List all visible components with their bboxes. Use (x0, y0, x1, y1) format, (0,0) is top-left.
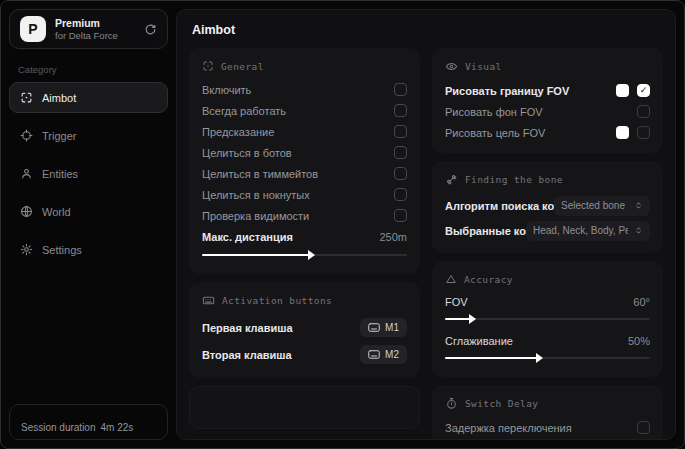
panel-accuracy: Accuracy FOV 60° Сглаживание 50% (432, 261, 663, 377)
panel-title: Accuracy (464, 274, 513, 285)
category-label: Category (18, 64, 168, 75)
sidebar-item-label: World (42, 206, 71, 218)
sidebar-item-label: Trigger (42, 130, 76, 142)
toggle-row: Включить (202, 79, 407, 100)
slider-label: Макс. дистанция (202, 231, 379, 243)
panel-title: Activation buttons (222, 295, 332, 306)
slider-label-row: Макс. дистанция 250m (202, 226, 407, 247)
toggle-row: Предсказание (202, 121, 407, 142)
gear-icon (20, 243, 33, 256)
sidebar-item-settings[interactable]: Settings (9, 234, 168, 265)
main-content: Aimbot General (176, 9, 676, 440)
checkbox[interactable] (394, 209, 407, 222)
visual-row: Рисовать цель FOV (445, 122, 650, 143)
panel-visual: Visual Рисовать границу FOV Рисовать фон… (432, 48, 663, 153)
toggle-row: Всегда работать (202, 100, 407, 121)
slider-value: 60° (633, 296, 650, 308)
keyboard-icon (202, 294, 215, 307)
dropdown-value: Selected bone (561, 200, 625, 211)
stopwatch-icon (445, 397, 458, 410)
panel-switch-delay: Switch Delay Задержка переключения Задер… (432, 385, 663, 440)
checkbox[interactable] (394, 188, 407, 201)
keybind-button[interactable]: M2 (360, 345, 407, 364)
slider-value: 250m (379, 231, 407, 243)
triangle-icon (445, 273, 457, 285)
checkbox[interactable] (637, 105, 650, 118)
checkbox[interactable] (637, 126, 650, 139)
left-column: General Включить Всегда работать Предска… (189, 48, 420, 429)
selected-bones-select[interactable]: Head, Neck, Body, Pe.. (526, 221, 650, 241)
dropdown-label: Выбранные кости (445, 225, 526, 237)
slider-thumb[interactable] (308, 250, 315, 260)
right-column: Visual Рисовать границу FOV Рисовать фон… (432, 48, 663, 429)
color-swatch[interactable] (616, 126, 629, 139)
premium-title: Premium (55, 17, 118, 30)
keybind-value: M1 (385, 322, 399, 333)
toggle-label: Целиться в нокнутых (202, 189, 394, 201)
sync-icon[interactable] (144, 23, 157, 36)
dropdown-row: Алгоритм поиска костей Selected bone (445, 193, 650, 218)
toggle-row: Целиться в нокнутых (202, 184, 407, 205)
keybind-label: Вторая клавиша (202, 349, 360, 361)
visual-label: Рисовать фон FOV (445, 106, 637, 118)
checkbox[interactable] (637, 421, 650, 434)
panel-title: Switch Delay (465, 398, 538, 409)
person-icon (20, 167, 33, 180)
toggle-label: Проверка видимости (202, 210, 394, 222)
panel-title: Finding the bone (465, 174, 563, 185)
panel-activation-buttons: Activation buttons Первая клавиша (189, 282, 420, 378)
app-window: P Premium for Delta Force Category Aimbo (0, 0, 685, 449)
checkbox[interactable] (394, 146, 407, 159)
keybind-row: Первая клавиша M1 (202, 314, 407, 341)
max-distance-slider[interactable] (202, 249, 407, 261)
sidebar-item-world[interactable]: World (9, 196, 168, 227)
fov-slider[interactable] (445, 313, 650, 325)
checkbox[interactable] (394, 83, 407, 96)
bone-algorithm-select[interactable]: Selected bone (554, 196, 650, 216)
crosshair-icon (20, 129, 33, 142)
sidebar-item-label: Entities (42, 168, 78, 180)
smoothing-slider[interactable] (445, 352, 650, 364)
checkbox-checked[interactable] (637, 84, 650, 97)
dropdown-row: Выбранные кости Head, Neck, Body, Pe.. (445, 218, 650, 243)
slider-label: Сглаживание (445, 335, 513, 347)
sidebar-item-entities[interactable]: Entities (9, 158, 168, 189)
sidebar-item-trigger[interactable]: Trigger (9, 120, 168, 151)
toggle-label: Целиться в ботов (202, 147, 394, 159)
slider-label: FOV (445, 296, 468, 308)
chevron-updown-icon (634, 201, 643, 210)
keybind-value: M2 (385, 349, 399, 360)
sidebar-item-label: Aimbot (42, 92, 76, 104)
eye-icon (445, 60, 458, 73)
keyboard-icon (368, 350, 380, 359)
dropdown-label: Алгоритм поиска костей (445, 200, 554, 212)
slider-thumb[interactable] (536, 353, 543, 363)
premium-subtitle: for Delta Force (55, 30, 118, 42)
empty-panel (189, 386, 420, 429)
checkbox[interactable] (394, 104, 407, 117)
keybind-button[interactable]: M1 (360, 318, 407, 337)
session-value: 4m 22s (101, 422, 134, 433)
page-title: Aimbot (192, 23, 663, 37)
color-swatch[interactable] (616, 84, 629, 97)
visual-label: Рисовать границу FOV (445, 85, 616, 97)
checkbox[interactable] (394, 125, 407, 138)
slider-thumb[interactable] (469, 314, 476, 324)
panel-general: General Включить Всегда работать Предска… (189, 48, 420, 274)
sidebar-item-aimbot[interactable]: Aimbot (9, 82, 168, 113)
session-label: Session duration (21, 422, 96, 433)
toggle-label: Включить (202, 84, 394, 96)
checkbox[interactable] (394, 167, 407, 180)
scan-target-icon (20, 91, 33, 104)
toggle-row: Целиться в ботов (202, 142, 407, 163)
globe-icon (20, 205, 33, 218)
keybind-label: Первая клавиша (202, 322, 360, 334)
toggle-label: Целиться в тиммейтов (202, 168, 394, 180)
panel-title: Visual (465, 61, 502, 72)
bone-icon (445, 173, 458, 186)
toggle-row: Проверка видимости (202, 205, 407, 226)
visual-row: Рисовать фон FOV (445, 101, 650, 122)
visual-row: Рисовать границу FOV (445, 80, 650, 101)
visual-label: Рисовать цель FOV (445, 127, 616, 139)
keybind-row: Вторая клавиша M2 (202, 341, 407, 368)
